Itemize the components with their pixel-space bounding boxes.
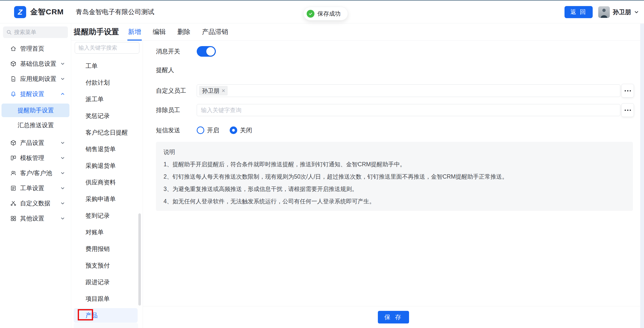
brand-name: 金智CRM (30, 7, 64, 17)
chevron-down-icon (60, 170, 65, 176)
list-search-input[interactable] (78, 45, 136, 51)
radio-off[interactable] (230, 126, 237, 134)
entity-list-panel: 工单付款计划派工单奖惩记录客户纪念日提醒销售退货单采购退货单供应商资料采购申请单… (71, 41, 143, 328)
message-switch-toggle[interactable] (197, 46, 216, 57)
list-item-销售退货单[interactable]: 销售退货单 (71, 141, 143, 157)
chevron-down-icon[interactable] (633, 9, 639, 15)
sidebar-subitem-提醒助手设置[interactable]: 提醒助手设置 (2, 104, 69, 117)
notes-box: 说明 1、提醒助手开启提醒后，符合条件就即时推送提醒，推送到钉钉通知、金智CRM… (156, 142, 633, 211)
user-avatar[interactable] (598, 6, 610, 18)
bell-icon (10, 91, 17, 97)
list-scrollbar[interactable] (138, 213, 141, 306)
template-icon (10, 155, 17, 161)
chevron-up-icon (60, 91, 65, 97)
sidebar-item-应用规则设置[interactable]: 应用规则设置 (0, 71, 71, 86)
save-button[interactable]: 保 存 (378, 311, 409, 323)
page-title: 提醒助手设置 (74, 27, 119, 37)
footer-bar: 保 存 (143, 306, 644, 328)
save-success-toast: 保存成功 (303, 7, 348, 20)
worksheet-icon (10, 185, 17, 191)
sidebar-item-基础信息设置[interactable]: 基础信息设置 (0, 56, 71, 71)
list-item-奖惩记录[interactable]: 奖惩记录 (71, 108, 143, 124)
sidebar-item-label: 产品设置 (20, 139, 44, 147)
exclude-staff-picker-button[interactable] (621, 103, 634, 117)
sidebar-item-label: 自定义数据 (20, 199, 50, 207)
custom-staff-picker-button[interactable] (621, 84, 634, 97)
tag-remove-icon[interactable]: × (222, 88, 225, 94)
sms-send-label: 短信发送 (156, 126, 197, 134)
sidebar-item-模板管理[interactable]: 模板管理 (0, 150, 71, 166)
sidebar-item-自定义数据[interactable]: 自定义数据 (0, 196, 71, 211)
sidebar-search-input[interactable] (14, 29, 65, 36)
note-line: 1、提醒助手开启提醒后，符合条件就即时推送提醒，推送到钉钉通知、金智CRM提醒助… (164, 160, 623, 168)
list-item-跟进记录[interactable]: 跟进记录 (71, 274, 143, 290)
list-item-工单[interactable]: 工单 (71, 58, 143, 74)
list-item-费用报销[interactable]: 费用报销 (71, 241, 143, 257)
list-item-客户纪念日提醒[interactable]: 客户纪念日提醒 (71, 124, 143, 141)
chevron-down-icon (60, 155, 65, 161)
tab-删除[interactable]: 删除 (177, 23, 190, 40)
message-switch-label: 消息开关 (156, 47, 197, 55)
list-item-产品[interactable]: 产品 (74, 308, 138, 323)
list-search[interactable] (75, 42, 139, 54)
chevron-down-icon (60, 201, 65, 206)
sidebar-item-工单设置[interactable]: 工单设置 (0, 181, 71, 196)
scissors-icon (10, 200, 17, 207)
tab-产品滞销[interactable]: 产品滞销 (202, 23, 228, 40)
radio-on[interactable] (197, 126, 204, 134)
staff-tag: 孙卫朋 × (199, 86, 228, 95)
list-item-签到记录[interactable]: 签到记录 (71, 207, 143, 224)
home-icon (10, 45, 17, 52)
sidebar-item-管理首页[interactable]: 管理首页 (0, 41, 71, 56)
note-line: 3、为避免重复推送或高频推送，形成信息干扰，请根据需要开启推送规则。 (164, 185, 623, 193)
toast-message: 保存成功 (317, 10, 341, 18)
list-item-付款计划[interactable]: 付款计划 (71, 74, 143, 91)
sidebar-item-label: 模板管理 (20, 154, 44, 162)
sidebar-item-label: 工单设置 (20, 184, 44, 192)
company-title: 青岛金智电子有限公司测试 (76, 8, 154, 16)
reminder-form: 消息开关 提醒人 自定义员工 孙卫朋 × (143, 41, 644, 306)
success-check-icon (307, 10, 314, 18)
sidebar-item-label: 基础信息设置 (20, 60, 56, 68)
chevron-down-icon (60, 140, 65, 146)
exclude-staff-label: 排除员工 (156, 106, 197, 114)
sidebar-subitem-汇总推送设置[interactable]: 汇总推送设置 (0, 117, 71, 133)
chevron-down-icon (60, 216, 65, 221)
list-item-对账单[interactable]: 对账单 (71, 224, 143, 241)
notes-title: 说明 (164, 148, 623, 156)
list-item-采购退货单[interactable]: 采购退货单 (71, 157, 143, 174)
sidebar-item-产品设置[interactable]: 产品设置 (0, 135, 71, 150)
tab-新增[interactable]: 新增 (128, 23, 141, 40)
page-scrollbar[interactable] (640, 24, 644, 328)
sidebar-item-客户/客户池[interactable]: 客户/客户池 (0, 166, 71, 181)
package-icon (10, 140, 17, 146)
exclude-staff-input[interactable] (197, 104, 620, 116)
header-right: 返 回 孙卫朋 (565, 6, 644, 18)
tab-编辑[interactable]: 编辑 (153, 23, 166, 40)
radio-off-label[interactable]: 关闭 (240, 126, 252, 134)
radio-on-label[interactable]: 开启 (207, 126, 219, 134)
chevron-down-icon (60, 76, 65, 82)
chevron-down-icon (60, 61, 65, 67)
back-button[interactable]: 返 回 (565, 6, 593, 18)
custom-staff-input[interactable]: 孙卫朋 × (197, 84, 620, 97)
switch-knob (206, 47, 215, 56)
list-item-供应商资料[interactable]: 供应商资料 (71, 174, 143, 191)
sidebar-nav: 管理首页基础信息设置应用规则设置提醒设置提醒助手设置汇总推送设置产品设置模板管理… (0, 41, 71, 226)
list-item-派工单[interactable]: 派工单 (71, 91, 143, 108)
sidebar-item-label: 其他设置 (20, 214, 44, 222)
list-partial-row (74, 323, 138, 328)
reminder-person-label: 提醒人 (156, 66, 197, 74)
sidebar-item-其他设置[interactable]: 其他设置 (0, 211, 71, 226)
file-icon (10, 76, 17, 82)
note-line: 4、如无任何人登录软件，无法触发系统运行，公司有任何一人登录系统即可产生。 (164, 198, 623, 205)
apps-icon (10, 215, 17, 222)
list-item-预支预付[interactable]: 预支预付 (71, 257, 143, 274)
user-name[interactable]: 孙卫朋 (613, 8, 631, 16)
sms-radio-group: 开启 关闭 (197, 126, 252, 134)
sidebar-item-label: 提醒设置 (20, 90, 44, 98)
list-item-项目跟单[interactable]: 项目跟单 (71, 290, 143, 307)
sidebar-item-提醒设置[interactable]: 提醒设置 (0, 86, 71, 102)
list-item-采购申请单[interactable]: 采购申请单 (71, 191, 143, 207)
sidebar-search[interactable] (3, 26, 68, 38)
